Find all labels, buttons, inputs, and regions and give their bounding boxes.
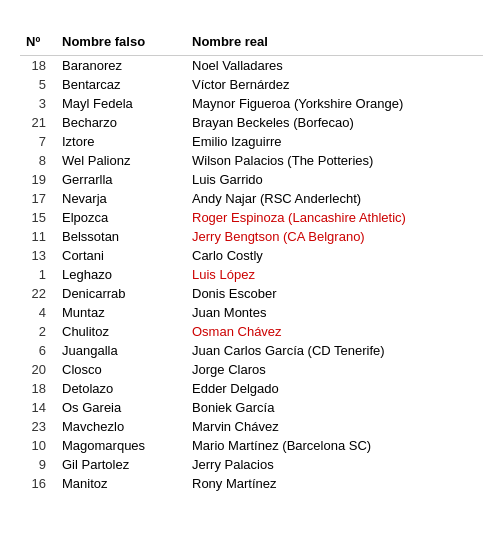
cell-num: 11 [20, 227, 56, 246]
col-header-nombre-real: Nombre real [186, 30, 483, 56]
cell-num: 16 [20, 474, 56, 493]
table-row: 22DenicarrabDonis Escober [20, 284, 483, 303]
table-row: 3Mayl FedelaMaynor Figueroa (Yorkshire O… [20, 94, 483, 113]
cell-num: 14 [20, 398, 56, 417]
cell-nombre-real: Noel Valladares [186, 56, 483, 76]
cell-nombre-falso: Becharzo [56, 113, 186, 132]
cell-nombre-falso: Iztore [56, 132, 186, 151]
table-row: 4MuntazJuan Montes [20, 303, 483, 322]
cell-num: 20 [20, 360, 56, 379]
table-row: 2ChulitozOsman Chávez [20, 322, 483, 341]
cell-num: 13 [20, 246, 56, 265]
col-header-num: Nº [20, 30, 56, 56]
table-row: 13CortaniCarlo Costly [20, 246, 483, 265]
table-row: 11BelssotanJerry Bengtson (CA Belgrano) [20, 227, 483, 246]
cell-num: 18 [20, 56, 56, 76]
table-row: 17NevarjaAndy Najar (RSC Anderlecht) [20, 189, 483, 208]
cell-nombre-falso: Os Gareia [56, 398, 186, 417]
cell-nombre-real: Edder Delgado [186, 379, 483, 398]
cell-num: 9 [20, 455, 56, 474]
table-row: 10MagomarquesMario Martínez (Barcelona S… [20, 436, 483, 455]
cell-num: 2 [20, 322, 56, 341]
cell-nombre-real: Luis López [186, 265, 483, 284]
cell-nombre-real: Wilson Palacios (The Potteries) [186, 151, 483, 170]
cell-nombre-real: Carlo Costly [186, 246, 483, 265]
table-row: 9Gil PartolezJerry Palacios [20, 455, 483, 474]
cell-nombre-real: Emilio Izaguirre [186, 132, 483, 151]
cell-nombre-real: Roger Espinoza (Lancashire Athletic) [186, 208, 483, 227]
cell-num: 15 [20, 208, 56, 227]
table-row: 20CloscoJorge Claros [20, 360, 483, 379]
cell-nombre-real: Víctor Bernárdez [186, 75, 483, 94]
table-row: 8Wel PalionzWilson Palacios (The Potteri… [20, 151, 483, 170]
cell-nombre-falso: Wel Palionz [56, 151, 186, 170]
cell-num: 6 [20, 341, 56, 360]
cell-nombre-falso: Nevarja [56, 189, 186, 208]
table-row: 16ManitozRony Martínez [20, 474, 483, 493]
cell-nombre-falso: Chulitoz [56, 322, 186, 341]
table-row: 19GerrarllaLuis Garrido [20, 170, 483, 189]
table-row: 15ElpozcaRoger Espinoza (Lancashire Athl… [20, 208, 483, 227]
cell-nombre-falso: Baranorez [56, 56, 186, 76]
cell-num: 8 [20, 151, 56, 170]
cell-num: 7 [20, 132, 56, 151]
cell-nombre-falso: Cortani [56, 246, 186, 265]
cell-nombre-falso: Elpozca [56, 208, 186, 227]
cell-nombre-falso: Magomarques [56, 436, 186, 455]
cell-num: 5 [20, 75, 56, 94]
cell-nombre-falso: Leghazo [56, 265, 186, 284]
cell-nombre-real: Juan Montes [186, 303, 483, 322]
cell-nombre-real: Donis Escober [186, 284, 483, 303]
table-row: 18BaranorezNoel Valladares [20, 56, 483, 76]
cell-nombre-falso: Gerrarlla [56, 170, 186, 189]
table-row: 6JuangallaJuan Carlos García (CD Tenerif… [20, 341, 483, 360]
table-row: 21BecharzoBrayan Beckeles (Borfecao) [20, 113, 483, 132]
cell-nombre-falso: Mavchezlo [56, 417, 186, 436]
cell-nombre-real: Rony Martínez [186, 474, 483, 493]
cell-nombre-real: Brayan Beckeles (Borfecao) [186, 113, 483, 132]
cell-nombre-real: Boniek García [186, 398, 483, 417]
table-row: 14Os GareiaBoniek García [20, 398, 483, 417]
cell-num: 1 [20, 265, 56, 284]
table-row: 1LeghazoLuis López [20, 265, 483, 284]
cell-nombre-falso: Gil Partolez [56, 455, 186, 474]
table-row: 5BentarcazVíctor Bernárdez [20, 75, 483, 94]
cell-num: 17 [20, 189, 56, 208]
col-header-nombre-falso: Nombre falso [56, 30, 186, 56]
cell-nombre-falso: Manitoz [56, 474, 186, 493]
cell-num: 23 [20, 417, 56, 436]
cell-num: 21 [20, 113, 56, 132]
cell-num: 3 [20, 94, 56, 113]
players-table: Nº Nombre falso Nombre real 18BaranorezN… [20, 30, 483, 493]
table-row: 18DetolazoEdder Delgado [20, 379, 483, 398]
cell-nombre-real: Jerry Bengtson (CA Belgrano) [186, 227, 483, 246]
cell-nombre-falso: Bentarcaz [56, 75, 186, 94]
cell-nombre-real: Andy Najar (RSC Anderlecht) [186, 189, 483, 208]
cell-nombre-falso: Closco [56, 360, 186, 379]
cell-nombre-real: Osman Chávez [186, 322, 483, 341]
table-row: 23MavchezloMarvin Chávez [20, 417, 483, 436]
table-row: 7IztoreEmilio Izaguirre [20, 132, 483, 151]
cell-nombre-real: Mario Martínez (Barcelona SC) [186, 436, 483, 455]
cell-nombre-falso: Juangalla [56, 341, 186, 360]
cell-nombre-falso: Denicarrab [56, 284, 186, 303]
cell-nombre-real: Luis Garrido [186, 170, 483, 189]
cell-nombre-real: Marvin Chávez [186, 417, 483, 436]
cell-nombre-real: Jerry Palacios [186, 455, 483, 474]
cell-nombre-falso: Belssotan [56, 227, 186, 246]
cell-nombre-real: Juan Carlos García (CD Tenerife) [186, 341, 483, 360]
cell-nombre-real: Jorge Claros [186, 360, 483, 379]
cell-num: 4 [20, 303, 56, 322]
cell-nombre-falso: Detolazo [56, 379, 186, 398]
cell-num: 22 [20, 284, 56, 303]
cell-num: 18 [20, 379, 56, 398]
cell-num: 19 [20, 170, 56, 189]
cell-num: 10 [20, 436, 56, 455]
cell-nombre-real: Maynor Figueroa (Yorkshire Orange) [186, 94, 483, 113]
cell-nombre-falso: Mayl Fedela [56, 94, 186, 113]
cell-nombre-falso: Muntaz [56, 303, 186, 322]
